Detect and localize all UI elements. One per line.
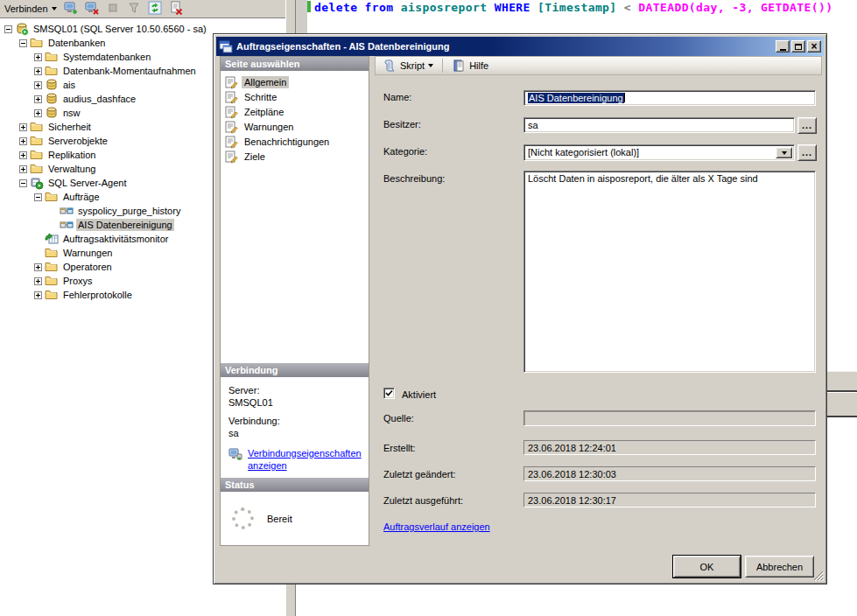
tree-item-label[interactable]: Aufträge: [61, 191, 102, 203]
minimize-button[interactable]: [776, 40, 790, 52]
collapse-minus-icon[interactable]: [34, 193, 42, 201]
tree-item-label[interactable]: Replikation: [46, 149, 97, 161]
collapse-minus-icon[interactable]: [19, 179, 27, 187]
expand-plus-icon[interactable]: [34, 277, 42, 285]
expand-plus-icon[interactable]: [19, 137, 27, 145]
tree-item-label[interactable]: Proxys: [61, 275, 95, 287]
tree-item-label[interactable]: ais: [61, 79, 77, 91]
description-label: Beschreibung:: [383, 173, 445, 184]
refresh-button[interactable]: [147, 1, 164, 17]
tree-item-label[interactable]: syspolicy_purge_history: [76, 205, 182, 217]
expand-plus-icon[interactable]: [34, 263, 42, 271]
expand-plus-icon[interactable]: [19, 151, 27, 159]
page-icon: [224, 75, 238, 89]
enabled-label: Aktiviert: [402, 389, 436, 400]
tree-item-label[interactable]: Auftragsaktivitätsmonitor: [61, 233, 170, 245]
status-panel: Bereit: [221, 492, 369, 545]
connection-value: sa: [228, 427, 369, 439]
page-list-item[interactable]: Allgemein: [221, 74, 369, 89]
view-job-history-link[interactable]: Auftragsverlauf anzeigen: [383, 522, 490, 532]
ok-button[interactable]: OK: [673, 556, 741, 578]
sql-token: WHERE: [495, 1, 537, 14]
server-label: Server:: [228, 384, 369, 396]
stop-button[interactable]: [105, 1, 122, 17]
cancel-button[interactable]: Abbrechen: [745, 556, 814, 578]
tree-item-label[interactable]: Datenbanken: [46, 37, 107, 49]
created-value-field: 23.06.2018 12:24:01: [523, 440, 816, 455]
dropdown-button[interactable]: [776, 147, 792, 158]
tree-item-label[interactable]: audius_dashface: [61, 93, 137, 105]
help-button-label: Hilfe: [469, 60, 488, 71]
resize-grip[interactable]: [812, 570, 824, 581]
database-icon: [45, 106, 59, 120]
page-item-label: Ziele: [242, 150, 268, 163]
folder-icon: [30, 134, 44, 148]
page-list-item[interactable]: Schritte: [221, 89, 369, 104]
expander-spacer: [34, 235, 42, 243]
script-icon: [383, 59, 397, 73]
folder-icon: [30, 162, 44, 176]
view-connection-properties-link[interactable]: Verbindungseigenschaften anzeigen: [248, 447, 358, 472]
connect-server-button[interactable]: [63, 1, 80, 17]
help-button[interactable]: Hilfe: [448, 58, 492, 74]
page-icon: [224, 90, 238, 104]
close-button[interactable]: ×: [807, 40, 821, 52]
help-icon: [452, 59, 466, 73]
description-textarea[interactable]: Löscht Daten in aisposreport, die älter …: [523, 171, 816, 373]
disconnect-server-icon: [85, 1, 99, 17]
expander-spacer: [49, 207, 57, 215]
owner-browse-button[interactable]: ...: [797, 117, 817, 134]
maximize-button[interactable]: [791, 40, 805, 52]
page-list-item[interactable]: Zeitpläne: [221, 104, 369, 119]
tree-item-label[interactable]: Warnungen: [61, 247, 114, 259]
expand-plus-icon[interactable]: [34, 81, 42, 89]
dialog-titlebar[interactable]: Auftragseigenschaften - AIS Datenbereini…: [216, 37, 824, 56]
folder-icon: [45, 190, 59, 204]
expand-plus-icon[interactable]: [34, 95, 42, 103]
tree-item-label[interactable]: Operatoren: [61, 261, 114, 273]
enabled-checkbox[interactable]: [383, 388, 395, 399]
expand-plus-icon[interactable]: [19, 165, 27, 173]
expand-plus-icon[interactable]: [34, 109, 42, 117]
sql-query-text[interactable]: delete from aisposreport WHERE [Timestam…: [314, 1, 832, 14]
collapse-minus-icon[interactable]: [4, 25, 12, 33]
filter-button[interactable]: [126, 1, 143, 17]
checkmark-icon: [385, 389, 393, 397]
last-executed-value-field: 23.06.2018 12:30:17: [523, 493, 816, 508]
tree-item-label[interactable]: nsw: [61, 107, 82, 119]
tree-item-label[interactable]: Verwaltung: [46, 163, 97, 175]
expand-plus-icon[interactable]: [34, 291, 42, 299]
folder-icon: [45, 288, 59, 302]
sql-token: delete from: [314, 1, 401, 14]
category-browse-button[interactable]: ...: [797, 144, 817, 161]
dialog-toolbar: Skript Hilfe: [375, 56, 822, 75]
expand-plus-icon[interactable]: [34, 67, 42, 75]
disconnect-server-button[interactable]: [84, 1, 101, 17]
expand-plus-icon[interactable]: [34, 53, 42, 61]
tree-item-label[interactable]: Serverobjekte: [46, 135, 109, 147]
script-error-button[interactable]: [168, 1, 185, 17]
page-list-item[interactable]: Warnungen: [221, 119, 369, 134]
tree-item-label[interactable]: SMSQL01 (SQL Server 10.50.6560 - sa): [32, 23, 208, 35]
toolbar-separator: [442, 59, 443, 73]
page-list-item[interactable]: Benachrichtigungen: [221, 134, 369, 149]
maximize-icon: [795, 44, 802, 50]
tree-item-label[interactable]: Systemdatenbanken: [61, 51, 152, 63]
expand-plus-icon[interactable]: [19, 123, 27, 131]
name-input[interactable]: AIS Datenbereinigung: [523, 90, 816, 106]
page-list: AllgemeinSchritteZeitpläneWarnungenBenac…: [221, 71, 369, 363]
tree-item-label[interactable]: AIS Datenbereinigung: [76, 219, 174, 231]
dialog-title: Auftragseigenschaften - AIS Datenbereini…: [236, 41, 772, 52]
connect-button[interactable]: Verbinden: [1, 1, 60, 17]
name-label: Name:: [383, 92, 411, 102]
tree-item-label[interactable]: SQL Server-Agent: [46, 177, 128, 189]
script-button[interactable]: Skript: [379, 58, 437, 74]
tree-item-label[interactable]: Sicherheit: [46, 121, 93, 133]
server-value: SMSQL01: [228, 396, 369, 409]
page-list-item[interactable]: Ziele: [221, 149, 369, 164]
collapse-minus-icon[interactable]: [19, 39, 27, 47]
category-dropdown[interactable]: [Nicht kategorisiert (lokal)]: [523, 144, 795, 161]
tree-item-label[interactable]: Datenbank-Momentaufnahmen: [61, 65, 198, 77]
owner-input[interactable]: sa: [523, 117, 795, 133]
tree-item-label[interactable]: Fehlerprotokolle: [61, 289, 134, 301]
